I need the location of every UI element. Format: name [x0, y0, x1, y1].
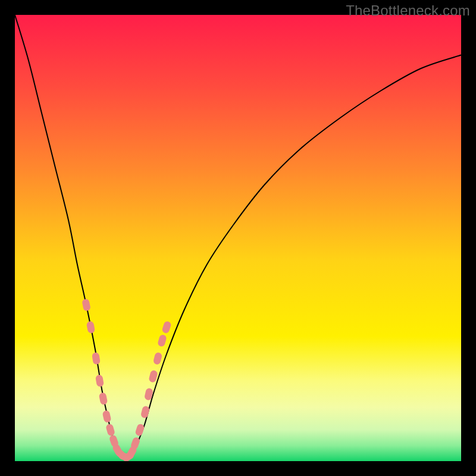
watermark-text: TheBottleneck.com — [346, 2, 470, 19]
chart-container: TheBottleneck.com — [0, 0, 476, 476]
background-gradient — [15, 15, 461, 461]
chart-svg — [15, 15, 461, 461]
plot-area — [15, 15, 461, 461]
